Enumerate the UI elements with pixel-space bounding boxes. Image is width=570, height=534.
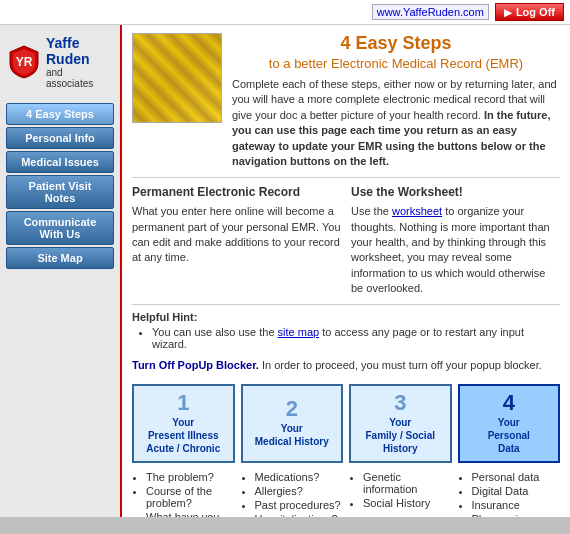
divider-2: [132, 304, 560, 305]
bullet-section: The problem? Course of the problem? What…: [132, 471, 560, 517]
sidebar: YR Yaffe Ruden and associates 4 Easy Ste…: [0, 25, 120, 517]
worksheet-body-pre: Use the: [351, 205, 392, 217]
step-4-number: 4: [503, 392, 515, 414]
list-item: Allergies?: [255, 485, 344, 497]
list-item: Past procedures?: [255, 499, 344, 511]
step-box-3[interactable]: 3 YourFamily / SocialHistory: [349, 384, 452, 463]
step-3-number: 3: [394, 392, 406, 414]
bullet-list-1: The problem? Course of the problem? What…: [146, 471, 235, 517]
header-body: Complete each of these steps, either now…: [232, 77, 560, 169]
bullet-list-4: Personal data Digital Data Insurance Pha…: [472, 471, 561, 517]
logoff-label: Log Off: [516, 6, 555, 18]
step-1-label: YourPresent IllnessAcute / Chronic: [146, 416, 220, 455]
top-bar: www.YaffeRuden.com ▶ Log Off: [0, 0, 570, 25]
bullet-list-3: Genetic information Social History: [363, 471, 452, 509]
website-link[interactable]: www.YaffeRuden.com: [372, 4, 489, 20]
worksheet-title: Use the Worksheet!: [351, 184, 560, 201]
step-4-label: YourPersonalData: [488, 416, 530, 455]
list-item: Social History: [363, 497, 452, 509]
logoff-arrow-icon: ▶: [504, 7, 512, 18]
logo-shield-icon: YR: [8, 44, 40, 80]
divider-1: [132, 177, 560, 178]
header-image-decoration: [133, 34, 221, 122]
hint-list: You can use also use the site map to acc…: [152, 326, 560, 350]
sidebar-item-4-easy-steps[interactable]: 4 Easy Steps: [6, 103, 114, 125]
page-title: 4 Easy Steps: [232, 33, 560, 54]
hint-pre: You can use also use the: [152, 326, 278, 338]
list-item: Hospitalizations?: [255, 513, 344, 517]
sidebar-item-communicate[interactable]: Communicate With Us: [6, 211, 114, 245]
logo-area: YR Yaffe Ruden and associates: [0, 29, 120, 95]
logo-line1: Yaffe: [46, 35, 112, 51]
worksheet-body-post: to organize your thoughts. Nothing is mo…: [351, 205, 550, 294]
step-3-label: YourFamily / SocialHistory: [366, 416, 435, 455]
bullet-col-4: Personal data Digital Data Insurance Pha…: [458, 471, 561, 517]
sidebar-item-site-map[interactable]: Site Map: [6, 247, 114, 269]
permanent-record-title: Permanent Electronic Record: [132, 184, 341, 201]
content-area: 4 Easy Steps to a better Electronic Medi…: [120, 25, 570, 517]
list-item: Pharmacies: [472, 513, 561, 517]
step-box-4[interactable]: 4 YourPersonalData: [458, 384, 561, 463]
worksheet-link[interactable]: worksheet: [392, 205, 442, 217]
helpful-hint-section: Helpful Hint: You can use also use the s…: [132, 311, 560, 350]
popup-notice-rest: In order to proceed, you must turn off y…: [259, 359, 542, 371]
step-1-number: 1: [177, 392, 189, 414]
list-item: The problem?: [146, 471, 235, 483]
step-2-label: YourMedical History: [255, 422, 329, 448]
list-item: Digital Data: [472, 485, 561, 497]
sidebar-item-patient-visit-notes[interactable]: Patient Visit Notes: [6, 175, 114, 209]
step-2-number: 2: [286, 398, 298, 420]
list-item: What have you tried?: [146, 511, 235, 517]
bullet-col-3: Genetic information Social History: [349, 471, 452, 517]
step-box-2[interactable]: 2 YourMedical History: [241, 384, 344, 463]
sidebar-item-personal-info[interactable]: Personal Info: [6, 127, 114, 149]
logo-line2: Ruden: [46, 51, 112, 67]
list-item: Personal data: [472, 471, 561, 483]
header-text: 4 Easy Steps to a better Electronic Medi…: [232, 33, 560, 169]
main-layout: YR Yaffe Ruden and associates 4 Easy Ste…: [0, 25, 570, 517]
helpful-hint-label: Helpful Hint:: [132, 311, 197, 323]
logoff-button[interactable]: ▶ Log Off: [495, 3, 564, 21]
list-item: Medications?: [255, 471, 344, 483]
bullet-col-2: Medications? Allergies? Past procedures?…: [241, 471, 344, 517]
page-subtitle: to a better Electronic Medical Record (E…: [232, 56, 560, 71]
permanent-record-col: Permanent Electronic Record What you ent…: [132, 184, 341, 296]
list-item: Insurance: [472, 499, 561, 511]
sidebar-item-medical-issues[interactable]: Medical Issues: [6, 151, 114, 173]
step-boxes: 1 YourPresent IllnessAcute / Chronic 2 Y…: [132, 384, 560, 463]
logo-text: Yaffe Ruden and associates: [46, 35, 112, 89]
bullet-list-2: Medications? Allergies? Past procedures?…: [255, 471, 344, 517]
worksheet-col: Use the Worksheet! Use the worksheet to …: [351, 184, 560, 296]
list-item: Genetic information: [363, 471, 452, 495]
logo-line3: and associates: [46, 67, 112, 89]
hint-item-1: You can use also use the site map to acc…: [152, 326, 560, 350]
site-map-link[interactable]: site map: [278, 326, 320, 338]
popup-notice: Turn Off PopUp Blocker. In order to proc…: [132, 358, 560, 373]
content-header: 4 Easy Steps to a better Electronic Medi…: [132, 33, 560, 169]
permanent-record-body: What you enter here online will become a…: [132, 205, 341, 263]
header-image: [132, 33, 222, 123]
list-item: Course of the problem?: [146, 485, 235, 509]
step-box-1[interactable]: 1 YourPresent IllnessAcute / Chronic: [132, 384, 235, 463]
bullet-col-1: The problem? Course of the problem? What…: [132, 471, 235, 517]
popup-notice-bold: Turn Off PopUp Blocker.: [132, 359, 259, 371]
svg-text:YR: YR: [16, 55, 33, 69]
two-col-section: Permanent Electronic Record What you ent…: [132, 184, 560, 296]
